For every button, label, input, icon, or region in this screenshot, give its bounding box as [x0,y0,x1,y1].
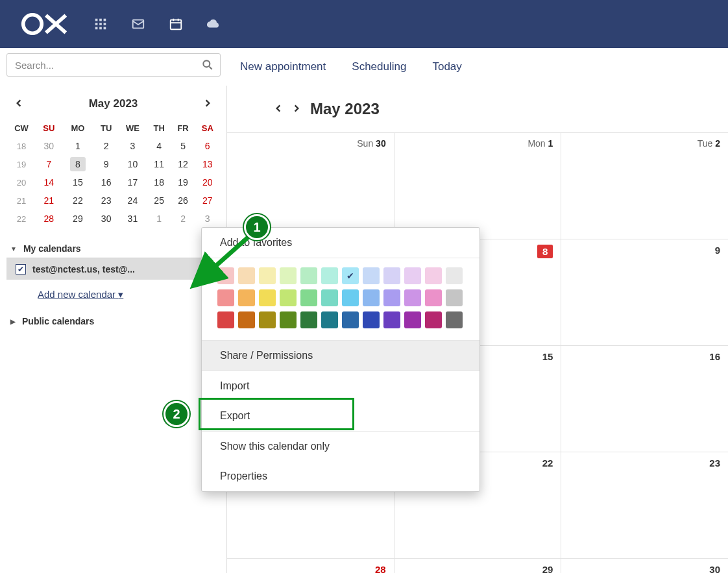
mini-day[interactable]: 16 [94,173,118,191]
ctx-properties[interactable]: Properties [202,461,479,491]
color-swatch[interactable] [280,289,297,306]
cloud-icon[interactable] [206,17,221,31]
mini-day[interactable]: 24 [118,191,147,210]
day-cell[interactable]: 28 [227,559,394,573]
color-swatch[interactable] [342,311,359,328]
add-new-calendar-link[interactable]: Add new calendar ▾ [38,289,123,300]
mini-day[interactable]: 9 [94,155,118,173]
color-swatch[interactable] [425,289,442,306]
day-cell[interactable]: 29 [394,559,562,573]
day-cell[interactable]: Mon 1 [394,133,562,239]
mini-day[interactable]: 31 [118,210,147,228]
mini-day[interactable]: 30 [36,137,61,155]
color-swatch[interactable] [300,267,317,284]
color-swatch[interactable] [321,267,338,284]
mini-prev-month[interactable] [14,99,23,110]
day-cell[interactable]: Tue 2 [561,133,728,239]
mini-day[interactable]: 23 [94,191,118,210]
mini-day[interactable]: 20 [195,173,220,191]
mini-day[interactable]: 28 [36,210,61,228]
color-swatch[interactable] [280,267,297,284]
calendar-icon[interactable] [169,17,183,31]
ctx-export[interactable]: Export [202,401,479,431]
mini-day[interactable]: 3 [118,137,147,155]
mini-day[interactable]: 21 [36,191,61,210]
color-swatch[interactable] [383,267,400,284]
color-swatch[interactable] [404,267,421,284]
mail-icon[interactable] [131,17,145,31]
mini-day[interactable]: 1 [62,137,95,155]
mini-day[interactable]: 27 [195,191,220,210]
mini-day[interactable]: 6 [195,137,220,155]
mini-day[interactable]: 2 [171,210,195,228]
mini-day[interactable]: 13 [195,155,220,173]
color-swatch[interactable] [259,289,276,306]
search-input[interactable] [6,53,221,77]
mini-day[interactable]: 30 [94,210,118,228]
day-cell[interactable]: 30 [561,559,728,573]
color-swatch[interactable] [321,289,338,306]
next-period[interactable] [292,104,301,115]
mini-day[interactable]: 1 [147,210,171,228]
color-swatch[interactable] [383,311,400,328]
color-swatch[interactable] [259,311,276,328]
color-swatch[interactable] [363,311,380,328]
day-cell[interactable]: 9 [561,239,728,345]
ctx-share-permissions[interactable]: Share / Permissions [202,341,479,371]
color-swatch[interactable] [425,267,442,284]
mini-day[interactable]: 22 [62,191,95,210]
day-cell[interactable]: 23 [561,452,728,558]
mini-day[interactable]: 7 [36,155,61,173]
color-swatch[interactable] [342,289,359,306]
day-cell[interactable]: 16 [561,346,728,452]
svg-rect-10 [99,27,102,30]
color-swatch[interactable] [425,311,442,328]
mini-day[interactable]: 2 [94,137,118,155]
prev-period[interactable] [274,104,283,115]
annotation-arrow [187,227,258,292]
mini-day[interactable]: 25 [147,191,171,210]
mini-day[interactable]: 8 [62,155,95,173]
ctx-show-only[interactable]: Show this calendar only [202,432,479,461]
mini-day[interactable]: 3 [195,210,220,228]
color-swatch[interactable] [446,289,463,306]
mini-calendar: CWSUMOTUWETHFRSA 18301234561978910111213… [6,119,220,228]
search-icon[interactable] [201,58,214,73]
color-swatch[interactable] [446,267,463,284]
color-swatch[interactable] [404,289,421,306]
color-swatch[interactable] [363,267,380,284]
color-swatch[interactable] [300,311,317,328]
color-swatch[interactable] [321,311,338,328]
mini-day[interactable]: 29 [62,210,95,228]
mini-day[interactable]: 14 [36,173,61,191]
public-calendars-header[interactable]: ▶ Public calendars [6,312,220,330]
color-swatch[interactable] [342,267,359,284]
mini-day[interactable]: 12 [171,155,195,173]
scheduling-link[interactable]: Scheduling [352,60,406,73]
mini-day[interactable]: 10 [118,155,147,173]
mini-day[interactable]: 19 [171,173,195,191]
mini-day[interactable]: 4 [147,137,171,155]
color-swatch[interactable] [259,267,276,284]
mini-day[interactable]: 18 [147,173,171,191]
mini-dow-label: SU [36,119,61,137]
mini-day[interactable]: 15 [62,173,95,191]
color-swatch[interactable] [217,311,234,328]
mini-day[interactable]: 11 [147,155,171,173]
today-link[interactable]: Today [432,60,461,73]
mini-day[interactable]: 26 [171,191,195,210]
color-swatch[interactable] [280,311,297,328]
color-swatch[interactable] [300,289,317,306]
color-swatch[interactable] [383,289,400,306]
color-swatch[interactable] [363,289,380,306]
new-appointment-link[interactable]: New appointment [240,60,326,73]
mini-day[interactable]: 5 [171,137,195,155]
apps-icon[interactable] [93,17,108,31]
color-swatch[interactable] [238,311,255,328]
calendar-checkbox[interactable]: ✔ [16,264,26,274]
ctx-import[interactable]: Import [202,371,479,401]
mini-day[interactable]: 17 [118,173,147,191]
color-swatch[interactable] [404,311,421,328]
mini-next-month[interactable] [203,99,212,110]
color-swatch[interactable] [446,311,463,328]
